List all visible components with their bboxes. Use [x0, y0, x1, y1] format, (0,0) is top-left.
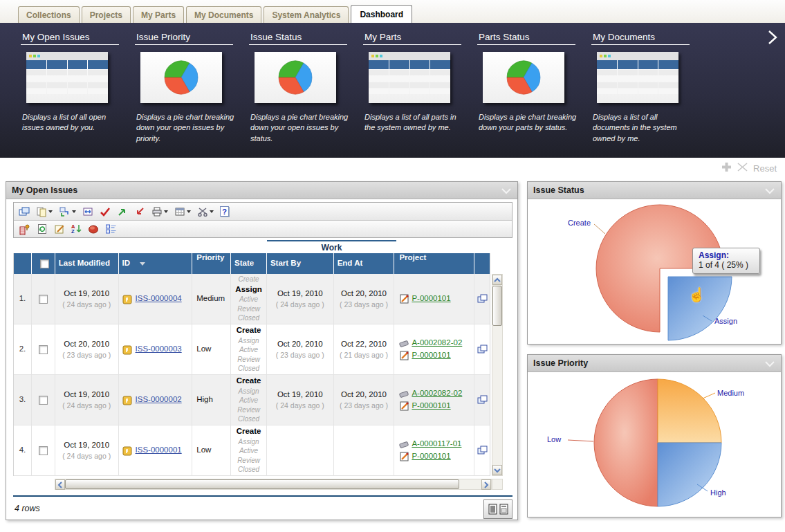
scrollbar-thumb[interactable]: [65, 479, 459, 489]
print-icon[interactable]: [150, 205, 169, 218]
collapse-chevron-icon[interactable]: [764, 185, 775, 195]
horizontal-scrollbar[interactable]: [55, 479, 492, 490]
chart-view-icon[interactable]: [86, 223, 100, 235]
project-link[interactable]: P-0000101: [412, 451, 450, 462]
reset-button[interactable]: Reset: [753, 163, 777, 174]
row-checkbox[interactable]: [39, 396, 48, 405]
widget-issue-status[interactable]: Issue Status Displays a pie chart breaki…: [249, 30, 353, 144]
table-row: 4. Oct 19, 2010( 24 days ago ) ISS-00000…: [14, 425, 490, 476]
view-toggle-button[interactable]: [483, 499, 512, 519]
panel-header: Issue Status: [528, 182, 781, 199]
check-in-arrow-icon[interactable]: [133, 205, 147, 218]
widget-description: Displays a pie chart breaking down your …: [249, 112, 349, 144]
panel-header: Issue Priority: [528, 355, 781, 372]
header-state[interactable]: State: [231, 253, 267, 274]
refresh-icon[interactable]: [35, 223, 49, 235]
widget-title: Parts Status: [477, 30, 575, 45]
pie-slice-high[interactable]: [658, 443, 721, 506]
row-checkbox[interactable]: [39, 446, 48, 455]
header-last-modified[interactable]: Last Modified: [55, 253, 119, 274]
sort-descending-icon: [140, 262, 145, 266]
export-table-icon[interactable]: [173, 205, 192, 218]
panel-title: My Open Issues: [12, 185, 77, 195]
table-row: 1. Oct 19, 2010( 24 days ago ) ISS-00000…: [14, 274, 490, 324]
tab-system-analytics[interactable]: System Analytics: [264, 6, 349, 23]
header-project[interactable]: Project: [394, 253, 474, 274]
pie-thumbnail-icon: [483, 52, 564, 103]
check-out-arrow-icon[interactable]: [116, 205, 129, 218]
gallery-next-icon[interactable]: [767, 30, 781, 45]
open-info-window-icon[interactable]: [477, 446, 488, 455]
open-info-window-icon[interactable]: [477, 294, 488, 304]
state-stack: Create Assign Active Review Closed: [231, 425, 267, 475]
issue-priority-panel: Issue Priority Medium Low High: [527, 354, 782, 517]
header-end-at[interactable]: End At: [334, 253, 395, 274]
scroll-right-icon[interactable]: [481, 479, 491, 490]
sort-az-icon[interactable]: AZ: [70, 223, 83, 235]
work-column-group: Work: [267, 240, 396, 253]
activity-link[interactable]: A-0002082-02: [412, 388, 462, 399]
state-stack: Create Assign Active Review Closed: [231, 375, 267, 425]
widget-title: My Parts: [363, 30, 461, 45]
widget-my-open-issues[interactable]: My Open Issues Displays a list of all op…: [21, 30, 125, 144]
tree-list-icon[interactable]: [104, 223, 118, 235]
tab-my-documents[interactable]: My Documents: [186, 6, 261, 23]
row-checkbox[interactable]: [39, 345, 48, 354]
find-replace-icon[interactable]: [57, 205, 77, 218]
add-widget-icon[interactable]: [721, 162, 732, 175]
remove-widget-icon[interactable]: [737, 162, 748, 175]
help-icon[interactable]: ?: [219, 205, 230, 217]
open-info-window-icon[interactable]: [477, 345, 488, 354]
validate-check-icon[interactable]: [98, 205, 112, 218]
pie-thumbnail-icon: [140, 52, 222, 103]
scrollbar-thumb[interactable]: [492, 286, 502, 326]
widget-issue-priority[interactable]: Issue Priority Displays a pie chart brea…: [135, 30, 239, 144]
widget-gallery: My Open Issues Displays a list of all op…: [0, 23, 785, 158]
swap-view-icon[interactable]: [81, 205, 95, 218]
scroll-left-icon[interactable]: [55, 479, 65, 490]
activity-icon: [399, 440, 409, 449]
header-start-by[interactable]: Start By: [267, 253, 334, 274]
widget-parts-status[interactable]: Parts Status Displays a pie chart breaki…: [477, 30, 582, 144]
widget-my-documents[interactable]: My Documents Displays a list of all docu…: [591, 30, 696, 144]
issue-link[interactable]: ISS-0000003: [136, 344, 182, 355]
collapse-chevron-icon[interactable]: [764, 358, 775, 368]
copy-paste-icon[interactable]: [35, 205, 54, 218]
filter-column-icon[interactable]: [17, 223, 32, 236]
vertical-scrollbar[interactable]: [492, 274, 503, 476]
edit-view-icon[interactable]: [53, 223, 66, 235]
issue-link[interactable]: ISS-0000004: [136, 293, 182, 304]
activity-link[interactable]: A-0000117-01: [412, 439, 461, 450]
tab-dashboard[interactable]: Dashboard: [351, 5, 412, 23]
project-link[interactable]: P-0000101: [412, 401, 450, 412]
pie-thumbnail-icon: [255, 52, 336, 103]
tab-my-parts[interactable]: My Parts: [133, 6, 184, 23]
pie-slice-medium[interactable]: [658, 379, 721, 443]
issue-link[interactable]: ISS-0000002: [136, 394, 182, 405]
project-link[interactable]: P-0000101: [412, 293, 450, 304]
dropdown-arrow-icon: [48, 210, 53, 213]
new-window-icon[interactable]: [17, 205, 31, 218]
row-checkbox[interactable]: [39, 295, 48, 304]
issue-link[interactable]: ISS-0000001: [136, 445, 182, 456]
activity-icon: [399, 389, 409, 398]
dropdown-arrow-icon: [210, 210, 214, 213]
pie-slice-low[interactable]: [594, 379, 658, 506]
open-info-window-icon[interactable]: [477, 395, 488, 405]
widget-my-parts[interactable]: My Parts Displays a list of all parts in…: [363, 30, 468, 144]
scroll-down-icon[interactable]: [492, 465, 502, 475]
table-row: 2. Oct 20, 2010( 23 days ago ) ISS-00000…: [14, 324, 490, 375]
scroll-up-icon[interactable]: [492, 275, 502, 285]
tools-icon[interactable]: [196, 205, 215, 218]
tab-projects[interactable]: Projects: [82, 6, 131, 23]
select-all-checkbox[interactable]: [40, 259, 49, 268]
header-id[interactable]: ID: [119, 253, 193, 274]
tab-collections[interactable]: Collections: [18, 6, 80, 23]
collapse-chevron-icon[interactable]: [501, 185, 512, 195]
cursor-hand-icon: ☝: [688, 286, 705, 303]
header-priority[interactable]: Priority: [192, 253, 231, 274]
state-stack: Create Assign Active Review Closed: [231, 274, 267, 324]
project-link[interactable]: P-0000101: [412, 350, 450, 361]
activity-link[interactable]: A-0002082-02: [412, 338, 462, 349]
table-toolbar: ? AZ: [13, 202, 512, 238]
